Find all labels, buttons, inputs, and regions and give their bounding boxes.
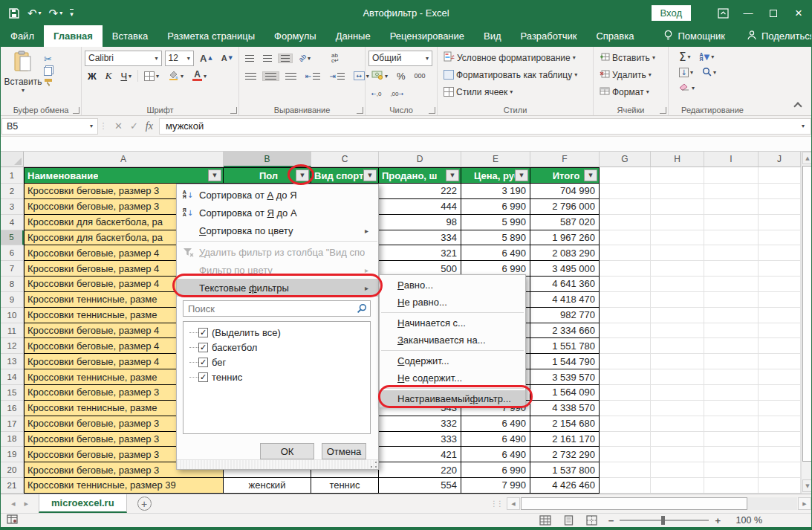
filter-menu-item[interactable]: Текстовые фильтры▸ (177, 279, 378, 297)
cell-styles-button[interactable]: Стили ячеек▾ (444, 83, 590, 100)
filter-menu-item[interactable]: ЯА↓Сортировка от Я до А (177, 204, 378, 222)
row-header[interactable]: 9 (1, 292, 24, 308)
normal-view-icon[interactable] (539, 515, 552, 526)
select-all-corner[interactable] (1, 152, 24, 167)
zoom-out-icon[interactable]: − (608, 515, 614, 526)
cell[interactable] (600, 447, 651, 462)
maximize-button[interactable] (761, 1, 786, 25)
column-header-A[interactable]: A (24, 152, 224, 167)
shrink-font-button[interactable]: А▼ (218, 52, 236, 64)
row-header[interactable]: 12 (1, 338, 24, 354)
cell[interactable] (651, 215, 704, 230)
submenu-item[interactable]: Равно... (380, 277, 525, 294)
name-box[interactable]: B5▾ (1, 118, 98, 135)
row-header[interactable]: 13 (1, 354, 24, 369)
splitter-grip-icon[interactable]: ⋮⋮ (486, 500, 507, 508)
cell[interactable] (651, 245, 704, 261)
borders-button[interactable]: ▾ (141, 70, 162, 83)
format-as-table-button[interactable]: Форматировать как таблицу▾ (444, 66, 590, 83)
cell[interactable] (704, 245, 759, 261)
cell[interactable]: 98 (379, 215, 461, 230)
sheet-tab[interactable]: microexcel.ru (39, 494, 127, 513)
row-header[interactable]: 21 (1, 478, 24, 494)
column-header-I[interactable]: I (704, 152, 759, 167)
copy-icon[interactable] (44, 67, 52, 76)
collapse-ribbon-icon[interactable] (793, 102, 802, 110)
fill-button[interactable]: ↓▾ (676, 66, 696, 79)
row-header[interactable]: 2 (1, 184, 24, 199)
cell[interactable] (759, 215, 801, 230)
ribbon-tab[interactable]: Файл (1, 25, 44, 47)
cells-dialog-launcher[interactable] (660, 107, 666, 114)
cell[interactable] (651, 308, 704, 323)
cell[interactable] (704, 230, 759, 246)
column-header-F[interactable]: F (530, 152, 600, 167)
cell[interactable] (759, 447, 801, 462)
cell[interactable]: 6 490 (461, 447, 530, 462)
align-top-button[interactable] (242, 54, 257, 63)
cell[interactable] (759, 245, 801, 261)
row-header[interactable]: 4 (1, 215, 24, 230)
cell[interactable] (651, 184, 704, 199)
zoom-in-icon[interactable]: + (715, 515, 721, 526)
row-header[interactable]: 1 (1, 167, 24, 184)
cell[interactable] (759, 354, 801, 369)
filter-search-input[interactable] (183, 300, 371, 317)
cell[interactable] (651, 338, 704, 354)
cell[interactable] (704, 478, 759, 494)
cell[interactable] (704, 385, 759, 401)
ribbon-tab[interactable]: Формулы (264, 25, 326, 47)
ribbon-tab[interactable]: Вид (474, 25, 511, 47)
cell[interactable] (651, 369, 704, 385)
cell[interactable]: 3 495 000 (530, 261, 600, 277)
resize-grip-icon[interactable] (370, 461, 377, 468)
cut-icon[interactable]: ✂ (44, 54, 53, 65)
format-cells-button[interactable]: Формат▾ (600, 83, 665, 100)
filter-checkbox-item[interactable]: ✓теннис (185, 369, 368, 384)
cell[interactable]: 6 490 (461, 432, 530, 447)
cell[interactable] (600, 385, 651, 401)
increase-indent-button[interactable]: ⇥ (326, 71, 347, 82)
cell[interactable] (651, 354, 704, 369)
cell[interactable]: 1 551 780 (530, 338, 600, 354)
cell[interactable] (704, 292, 759, 308)
align-center-button[interactable] (262, 71, 279, 81)
cell[interactable] (704, 354, 759, 369)
alignment-dialog-launcher[interactable] (357, 107, 363, 114)
increase-decimal-button[interactable]: ←,0 (368, 89, 384, 99)
cell[interactable]: 321 (379, 245, 461, 261)
undo-icon[interactable]: ↶▾ (27, 7, 42, 20)
column-header-B[interactable]: B (224, 152, 311, 167)
prev-sheet-icon[interactable]: ◂ (11, 499, 16, 508)
cell[interactable] (759, 292, 801, 308)
menu-resize-strip[interactable] (177, 459, 378, 469)
zoom-slider-thumb[interactable] (661, 516, 665, 525)
cell[interactable] (600, 478, 651, 494)
cell[interactable] (600, 184, 651, 199)
cell[interactable] (704, 416, 759, 432)
cell[interactable]: 333 (379, 432, 461, 447)
accounting-format-button[interactable]: ▾ (368, 69, 391, 83)
row-header[interactable]: 19 (1, 447, 24, 462)
font-color-button[interactable]: А▾ (189, 69, 210, 83)
column-header-C[interactable]: C (311, 152, 379, 167)
row-header[interactable]: 3 (1, 199, 24, 215)
clear-button[interactable]: ▾ (676, 81, 698, 95)
sort-filter-button[interactable]: АЯ▼▾ (697, 51, 718, 63)
ribbon-tab[interactable]: Разработчик (511, 25, 587, 47)
comma-style-button[interactable]: 000 (412, 71, 429, 81)
cell[interactable]: 2 161 170 (530, 432, 600, 447)
submenu-item[interactable]: Не равно... (380, 294, 525, 311)
cell[interactable] (651, 199, 704, 215)
italic-button[interactable]: К (103, 68, 115, 83)
add-sheet-icon[interactable]: + (137, 497, 152, 511)
cell[interactable] (600, 354, 651, 369)
expand-formula-bar-icon[interactable]: ▾ (802, 123, 805, 129)
cell[interactable] (759, 167, 801, 184)
clipboard-dialog-launcher[interactable] (73, 107, 79, 114)
cell[interactable] (600, 292, 651, 308)
save-icon[interactable] (8, 7, 20, 19)
zoom-level[interactable]: 100 % (731, 515, 762, 526)
cell[interactable] (759, 416, 801, 432)
cell[interactable] (600, 215, 651, 230)
